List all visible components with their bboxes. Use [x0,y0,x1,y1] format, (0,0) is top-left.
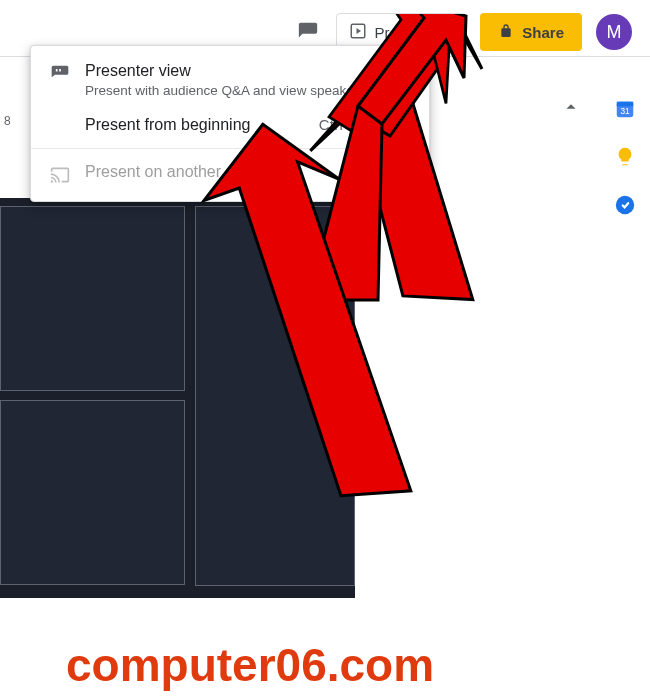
watermark-text: computer06.com [66,638,434,692]
share-button[interactable]: Share [480,13,582,51]
ruler-tick-label: 8 [0,112,15,130]
slide-canvas-area [0,150,355,698]
menu-item-shortcut: Ctrl+Shift+F5 [319,116,411,133]
share-button-label: Share [522,24,564,41]
presenter-view-icon [49,62,71,84]
chevron-up-icon [560,96,582,118]
present-dropdown-caret[interactable] [436,14,457,50]
menu-item-present-another-screen: Present on another screen... [31,155,429,193]
cast-icon [49,163,71,185]
account-avatar[interactable]: M [596,14,632,50]
avatar-initial: M [607,22,622,43]
tasks-icon[interactable] [614,194,636,216]
slide-element[interactable] [0,206,185,391]
menu-item-present-from-beginning[interactable]: Present from beginning Ctrl+Shift+F5 [31,108,429,142]
menu-item-title: Present from beginning [85,116,305,134]
menu-item-presenter-view[interactable]: Presenter view Present with audience Q&A… [31,54,429,108]
menu-separator [31,148,429,149]
slide-element[interactable] [0,400,185,585]
present-dropdown-menu: Presenter view Present with audience Q&A… [30,45,430,202]
side-panel-collapse[interactable] [560,96,582,122]
keep-icon[interactable] [614,146,636,168]
side-panel: 31 [600,90,650,216]
calendar-icon[interactable]: 31 [614,98,636,120]
chevron-down-icon [445,26,457,38]
menu-item-title: Present on another screen... [85,163,411,181]
svg-text:31: 31 [620,107,630,116]
slide-element[interactable] [195,206,355,586]
present-button-label: Present [375,24,427,41]
lock-icon [498,23,514,42]
menu-item-subtitle: Present with audience Q&A and view speak… [85,82,411,100]
comments-icon[interactable] [294,18,322,46]
svg-point-4 [616,196,634,214]
present-play-icon [349,22,367,43]
menu-item-title: Presenter view [85,62,411,80]
svg-rect-2 [617,102,634,107]
